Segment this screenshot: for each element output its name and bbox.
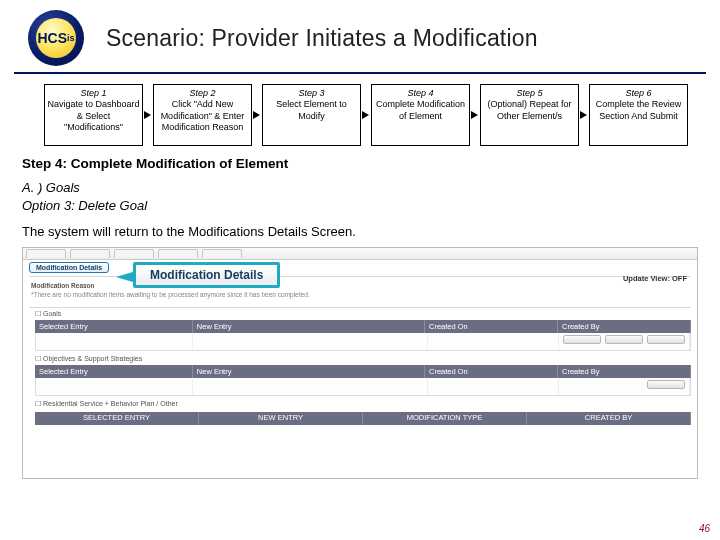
- step-text: Complete Modification of Element: [374, 99, 467, 122]
- slide-header: HCSis Scenario: Provider Initiates a Mod…: [14, 0, 706, 74]
- step-4: Step 4 Complete Modification of Element: [371, 84, 470, 146]
- arrow-icon: [361, 84, 371, 146]
- bottom-col: CREATED BY: [527, 412, 691, 425]
- tab[interactable]: [202, 249, 242, 258]
- bottom-bar: SELECTED ENTRY NEW ENTRY MODIFICATION TY…: [35, 412, 691, 425]
- tab[interactable]: [26, 249, 66, 258]
- goals-grid: ☐ Goals Selected Entry New Entry Created…: [35, 310, 691, 351]
- step-text: Select Element to Modify: [265, 99, 358, 122]
- tab-bar: [23, 248, 697, 260]
- residential-grid: ☐ Residential Service + Behavior Plan / …: [35, 400, 691, 408]
- bottom-col: MODIFICATION TYPE: [363, 412, 527, 425]
- step-title: Step 3: [265, 88, 358, 99]
- step-title: Step 2: [156, 88, 249, 99]
- description: The system will return to the Modificati…: [22, 224, 698, 239]
- step-2: Step 2 Click "Add New Modification" & En…: [153, 84, 252, 146]
- step4-heading: Step 4: Complete Modification of Element: [22, 156, 698, 171]
- checkbox-goals[interactable]: ☐ Goals: [35, 310, 691, 318]
- slide-body: Step 4: Complete Modification of Element…: [0, 146, 720, 239]
- tab[interactable]: [114, 249, 154, 258]
- sub-goals: A. ) Goals: [22, 179, 698, 197]
- row-button[interactable]: [605, 335, 643, 344]
- update-view-label: Update View: OFF: [623, 274, 687, 283]
- col-created-on: Created On: [425, 320, 558, 333]
- row-button[interactable]: [647, 380, 685, 389]
- hcsis-logo: HCSis: [28, 10, 84, 66]
- col-new-entry: New Entry: [193, 320, 425, 333]
- bottom-col: SELECTED ENTRY: [35, 412, 199, 425]
- step-6: Step 6 Complete the Review Section And S…: [589, 84, 688, 146]
- step-title: Step 5: [483, 88, 576, 99]
- selected-subtab[interactable]: Modification Details: [29, 262, 109, 273]
- arrow-icon: [143, 84, 153, 146]
- step-1: Step 1 Navigate to Dashboard & Select "M…: [44, 84, 143, 146]
- table-row: [35, 378, 691, 396]
- slide-title: Scenario: Provider Initiates a Modificat…: [106, 25, 538, 52]
- col-created-on: Created On: [425, 365, 558, 378]
- table-row: [35, 333, 691, 351]
- arrow-icon: [470, 84, 480, 146]
- arrow-icon: [579, 84, 589, 146]
- col-new-entry: New Entry: [193, 365, 425, 378]
- page-number: 46: [699, 523, 710, 534]
- col-selected-entry: Selected Entry: [35, 320, 193, 333]
- step-title: Step 4: [374, 88, 467, 99]
- col-selected-entry: Selected Entry: [35, 365, 193, 378]
- objectives-grid: ☐ Objectives & Support Strategies Select…: [35, 355, 691, 396]
- col-created-by: Created By: [558, 320, 691, 333]
- step-5: Step 5 (Optional) Repeat for Other Eleme…: [480, 84, 579, 146]
- process-flow: Step 1 Navigate to Dashboard & Select "M…: [0, 84, 720, 146]
- grid-header: Selected Entry New Entry Created On Crea…: [35, 365, 691, 378]
- callout-modification-details: Modification Details: [133, 262, 280, 288]
- row-button[interactable]: [647, 335, 685, 344]
- step-text: Navigate to Dashboard & Select "Modifica…: [47, 99, 140, 133]
- col-created-by: Created By: [558, 365, 691, 378]
- app-screenshot: Modification Details Update View: OFF Mo…: [22, 247, 698, 479]
- checkbox-residential[interactable]: ☐ Residential Service + Behavior Plan / …: [35, 400, 691, 408]
- step-title: Step 6: [592, 88, 685, 99]
- step-text: Complete the Review Section And Submit: [592, 99, 685, 122]
- note-text: *There are no modification items awaitin…: [31, 291, 689, 299]
- section-label: Modification Reason: [31, 282, 689, 290]
- sub-option: Option 3: Delete Goal: [22, 197, 698, 215]
- row-button[interactable]: [563, 335, 601, 344]
- step-title: Step 1: [47, 88, 140, 99]
- checkbox-objectives[interactable]: ☐ Objectives & Support Strategies: [35, 355, 691, 363]
- grid-header: Selected Entry New Entry Created On Crea…: [35, 320, 691, 333]
- step-3: Step 3 Select Element to Modify: [262, 84, 361, 146]
- tab[interactable]: [158, 249, 198, 258]
- step-text: Click "Add New Modification" & Enter Mod…: [156, 99, 249, 133]
- step-text: (Optional) Repeat for Other Element/s: [483, 99, 576, 122]
- bottom-col: NEW ENTRY: [199, 412, 363, 425]
- tab[interactable]: [70, 249, 110, 258]
- arrow-icon: [252, 84, 262, 146]
